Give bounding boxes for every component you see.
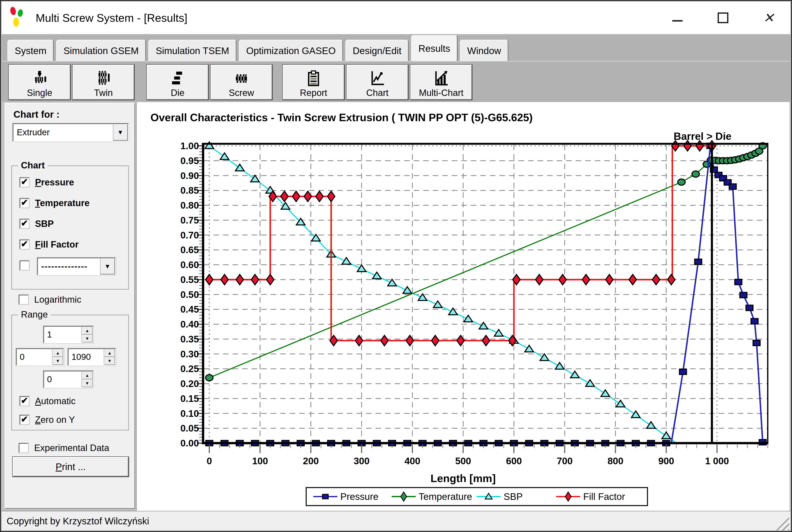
chart-legend: PressureTemperatureSBPFill Factor [306,487,648,506]
svg-text:0.30: 0.30 [180,349,199,359]
screw-button[interactable]: Screw [210,65,272,100]
checkbox-box[interactable]: ✔ [20,198,29,208]
chart-for-dropdown[interactable]: Extruder ▼ [13,123,129,141]
chevron-down-icon[interactable]: ▼ [113,124,128,141]
svg-text:0.40: 0.40 [180,319,199,329]
resize-grip[interactable] [775,516,789,530]
chart-panel: Overall Characteristics - Twin Screw Ext… [136,102,790,511]
tab-results[interactable]: Results [411,35,457,61]
spin-up-icon[interactable]: ▲ [82,327,93,335]
svg-text:500: 500 [455,456,471,466]
single-extruder-icon [31,70,48,87]
check-icon: ✔ [21,198,28,207]
status-bar: Copyright by Krzysztof Wilczyński [2,511,790,530]
chart-series-group: Chart ✔Pressure✔Temperature✔SBP✔Fill Fac… [12,166,129,290]
checkbox-box[interactable]: ✔ [20,240,29,249]
legend-marker-temperature [391,491,416,502]
svg-text:0.00: 0.00 [180,438,199,449]
svg-text:0.85: 0.85 [180,185,199,196]
maximize-button[interactable] [716,11,730,25]
checkbox-logarithmic[interactable]: Logarithmic [19,294,81,305]
checkbox-sbp[interactable]: ✔SBP [20,218,54,229]
sidebar-panel: Chart for : Extruder ▼ Chart ✔Pressure✔T… [4,103,135,509]
spin-down-icon[interactable]: ▼ [82,379,93,387]
die-button[interactable]: Die [147,65,208,100]
checkbox-box[interactable]: ✔ [20,415,29,424]
checkbox-box[interactable] [19,443,29,453]
range-bottom-value: 0 [44,372,81,387]
toolbar: SingleTwinDieScrewReportChartMulti-Chart [2,61,790,102]
toolbar-button-label: Die [171,88,185,98]
checkbox-temperature[interactable]: ✔Temperature [20,198,90,208]
multi-chart-button[interactable]: Multi-Chart [410,65,472,100]
checkbox-automatic[interactable]: ✔ Automatic [20,396,76,406]
checkbox-pressure[interactable]: ✔Pressure [20,177,74,188]
svg-text:0.50: 0.50 [180,289,199,300]
svg-text:0: 0 [207,456,212,466]
print-button[interactable]: Print ... [13,457,129,477]
close-button[interactable]: ✕ [761,11,776,25]
chart-icon [369,70,385,87]
twin-button[interactable]: Twin [73,65,134,100]
svg-text:0.95: 0.95 [180,155,199,166]
legend-label: Fill Factor [583,491,625,502]
range-min-spinner[interactable]: 0 ▲▼ [16,348,64,366]
range-group: Range 1 ▲▼ 0 ▲▼ 1090 ▲▼ 0 ▲▼ [12,315,129,431]
checkbox-box[interactable] [20,261,29,270]
spin-down-icon[interactable]: ▼ [104,357,115,365]
tab-optimization-gaseo[interactable]: Optimization GASEO [239,40,343,61]
tab-simulation-gsem[interactable]: Simulation GSEM [56,40,146,61]
check-icon: ✔ [21,219,28,228]
legend-label: Temperature [419,491,472,502]
legend-marker-pressure [313,491,338,502]
checkbox-label: Zero on Y [35,415,75,425]
tab-simulation-tsem[interactable]: Simulation TSEM [148,40,237,61]
spin-up-icon[interactable]: ▲ [53,349,63,357]
range-top-spinner[interactable]: 1 ▲▼ [43,326,93,343]
range-max-spinner[interactable]: 1090 ▲▼ [68,348,116,366]
toolbar-group: SingleTwin [9,65,134,100]
spin-up-icon[interactable]: ▲ [82,372,93,379]
range-bottom-spinner[interactable]: 0 ▲▼ [43,370,93,388]
spin-down-icon[interactable]: ▼ [53,357,63,365]
check-icon: ✔ [21,240,28,248]
window-title: Multi Screw System - [Results] [36,12,187,24]
checkbox-box[interactable]: ✔ [20,396,29,406]
svg-text:0.75: 0.75 [180,215,199,226]
checkbox-box[interactable]: ✔ [20,177,29,187]
svg-text:200: 200 [303,456,319,466]
svg-text:100: 100 [252,456,268,466]
die-icon [169,70,186,87]
extra-series-dropdown[interactable]: -------------- ▼ [37,258,116,275]
tab-design-edit[interactable]: Design/Edit [345,40,409,61]
check-icon: ✔ [21,177,28,186]
chevron-down-icon[interactable]: ▼ [100,258,115,274]
svg-text:900: 900 [658,456,674,466]
svg-text:1.00: 1.00 [180,140,199,151]
report-button[interactable]: Report [283,65,344,100]
svg-text:0.25: 0.25 [180,363,199,374]
checkbox-zero-on-y[interactable]: ✔ Zero on Y [20,415,75,425]
svg-text:400: 400 [404,456,420,466]
spin-down-icon[interactable]: ▼ [82,335,93,342]
checkbox-experimental-data[interactable]: Experimental Data [19,443,109,453]
close-icon: ✕ [763,11,774,24]
app-window: Multi Screw System - [Results] ✕ SystemS… [0,0,792,532]
single-button[interactable]: Single [9,65,71,100]
tab-window[interactable]: Window [460,40,509,61]
chart-button[interactable]: Chart [346,65,408,100]
legend-entry-sbp: SBP [476,491,523,502]
checkbox-fill-factor[interactable]: ✔Fill Factor [20,239,78,250]
main-content: Chart for : Extruder ▼ Chart ✔Pressure✔T… [2,102,790,510]
checkbox-box[interactable] [19,295,29,304]
toolbar-button-label: Screw [229,88,254,98]
minimize-button[interactable] [670,11,685,25]
checkbox-label: Automatic [35,396,76,406]
spin-up-icon[interactable]: ▲ [104,349,115,357]
tab-system[interactable]: System [7,40,54,61]
svg-text:Barrel > Die: Barrel > Die [674,131,732,142]
checkbox-extra-series[interactable] [20,261,29,270]
checkbox-box[interactable]: ✔ [20,219,29,228]
toolbar-button-label: Chart [366,88,389,98]
svg-text:0.20: 0.20 [180,378,199,389]
